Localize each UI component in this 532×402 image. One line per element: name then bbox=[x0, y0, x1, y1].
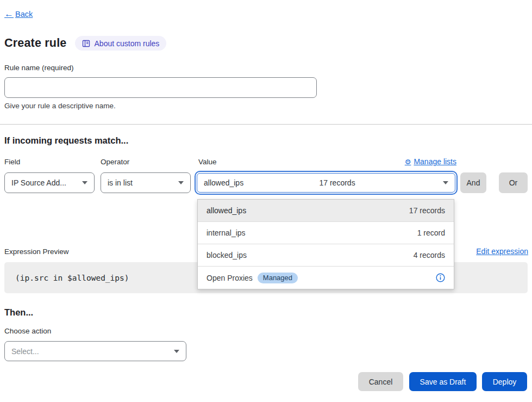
choose-action-label: Choose action bbox=[4, 327, 51, 335]
deploy-button[interactable]: Deploy bbox=[482, 372, 527, 391]
list-option-records: 1 record bbox=[417, 228, 445, 237]
or-button[interactable]: Or bbox=[499, 172, 528, 193]
operator-label: Operator bbox=[101, 158, 129, 166]
chevron-down-icon bbox=[174, 350, 179, 353]
rule-name-input[interactable] bbox=[4, 77, 317, 98]
value-select[interactable]: allowed_ips 17 records bbox=[197, 173, 455, 193]
operator-select[interactable]: is in list bbox=[101, 172, 191, 193]
info-icon[interactable] bbox=[436, 273, 445, 282]
list-option-name: internal_ips bbox=[206, 228, 246, 237]
action-select[interactable]: Select... bbox=[4, 341, 186, 361]
chevron-down-icon bbox=[82, 181, 87, 184]
page-title: Create rule bbox=[4, 36, 67, 50]
about-custom-rules-badge[interactable]: About custom rules bbox=[75, 36, 167, 51]
back-link[interactable]: ←Back bbox=[4, 9, 33, 18]
chevron-down-icon bbox=[178, 181, 184, 184]
rule-name-help-text: Give your rule a descriptive name. bbox=[4, 102, 116, 110]
section-divider bbox=[0, 124, 532, 125]
rule-name-label: Rule name (required) bbox=[4, 64, 74, 72]
gear-icon: ⚙ bbox=[405, 158, 411, 166]
back-arrow-icon: ← bbox=[4, 9, 14, 18]
and-button[interactable]: And bbox=[460, 172, 486, 193]
cancel-button[interactable]: Cancel bbox=[358, 372, 403, 391]
expression-preview-label: Expression Preview bbox=[4, 248, 69, 256]
managed-badge: Managed bbox=[258, 273, 298, 283]
list-option-name: blocked_ips bbox=[206, 251, 247, 259]
value-select-value: allowed_ips bbox=[204, 178, 243, 187]
create-rule-page: ←Back Create rule About custom rules Rul… bbox=[0, 0, 532, 402]
lists-dropdown-panel: allowed_ips 17 records internal_ips 1 re… bbox=[197, 199, 454, 289]
list-option-open-proxies[interactable]: Open Proxies Managed bbox=[198, 267, 454, 289]
list-option-records: 17 records bbox=[409, 206, 445, 215]
field-select[interactable]: IP Source Add... bbox=[4, 172, 95, 193]
match-section-heading: If incoming requests match... bbox=[4, 135, 128, 146]
value-label: Value bbox=[198, 158, 217, 166]
chevron-down-icon bbox=[443, 181, 448, 184]
edit-expression-link[interactable]: Edit expression bbox=[476, 247, 528, 256]
list-option-name: Open Proxies bbox=[206, 274, 253, 282]
book-icon bbox=[82, 40, 90, 47]
about-badge-label: About custom rules bbox=[95, 39, 160, 48]
then-section-heading: Then... bbox=[4, 307, 33, 318]
value-select-records-count: 17 records bbox=[320, 178, 355, 187]
list-option-records: 4 records bbox=[414, 251, 445, 259]
list-option-blocked-ips[interactable]: blocked_ips 4 records bbox=[198, 244, 454, 267]
action-select-placeholder: Select... bbox=[11, 347, 39, 356]
title-row: Create rule About custom rules bbox=[4, 36, 166, 51]
field-label: Field bbox=[4, 158, 20, 166]
operator-select-value: is in list bbox=[108, 178, 133, 187]
manage-lists-link[interactable]: ⚙ Manage lists bbox=[405, 157, 456, 166]
field-select-value: IP Source Add... bbox=[11, 178, 66, 187]
list-option-name: allowed_ips bbox=[206, 206, 246, 215]
expression-code: (ip.src in $allowed_ips) bbox=[15, 274, 129, 282]
list-option-internal-ips[interactable]: internal_ips 1 record bbox=[198, 222, 454, 244]
back-link-label: Back bbox=[15, 10, 33, 18]
value-select-focus-ring: allowed_ips 17 records bbox=[195, 171, 458, 195]
manage-lists-label: Manage lists bbox=[414, 157, 456, 166]
list-option-allowed-ips[interactable]: allowed_ips 17 records bbox=[198, 200, 454, 222]
save-as-draft-button[interactable]: Save as Draft bbox=[409, 372, 477, 391]
